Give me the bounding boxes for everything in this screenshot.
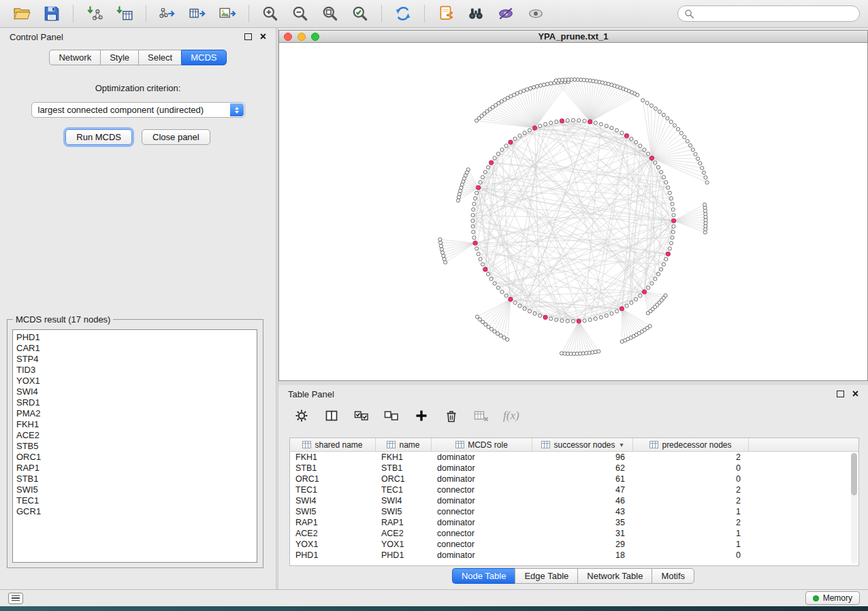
zoom-out-button[interactable] — [287, 3, 314, 24]
mcds-result-item[interactable]: STB1 — [16, 474, 257, 484]
mcds-result-item[interactable]: SWI5 — [16, 484, 257, 495]
mcds-result-item[interactable]: FKH1 — [16, 419, 257, 430]
float-panel-icon[interactable] — [837, 391, 844, 397]
column-type-icon — [455, 441, 464, 448]
search-box[interactable] — [677, 5, 860, 22]
export-image-button[interactable] — [214, 3, 241, 24]
mcds-result-item[interactable]: TEC1 — [16, 495, 257, 506]
table-row[interactable]: RAP1RAP1dominator352 — [290, 517, 858, 528]
mcds-result-item[interactable]: RAP1 — [16, 463, 257, 474]
destroy-table-button[interactable] — [473, 408, 489, 423]
table-cell: dominator — [432, 518, 532, 527]
table-cell: YOX1 — [376, 540, 432, 549]
tab-mcds[interactable]: MCDS — [181, 50, 226, 65]
show-columns-button[interactable] — [323, 408, 340, 423]
refresh-network-button[interactable] — [389, 3, 417, 24]
node-table: shared name name MCDS role successor nod… — [289, 437, 859, 566]
tab-node-table[interactable]: Node Table — [452, 568, 515, 584]
export-table-icon — [189, 5, 206, 22]
import-table-button[interactable] — [111, 3, 138, 24]
float-panel-icon[interactable] — [244, 33, 252, 40]
mcds-result-item[interactable]: STP4 — [16, 354, 257, 365]
zoom-fit-button[interactable] — [317, 3, 344, 24]
zoom-selected-button[interactable] — [347, 3, 374, 24]
minimize-window-icon[interactable] — [298, 33, 306, 41]
mcds-result-item[interactable]: ORC1 — [16, 452, 257, 463]
optimization-criterion-select[interactable]: largest connected component (undirected) — [31, 102, 245, 118]
table-settings-button[interactable] — [293, 408, 310, 423]
column-header-name[interactable]: name — [376, 438, 432, 451]
mcds-result-list[interactable]: PHD1CAR1STP4TID3YOX1SWI4SRD1PMA2FKH1ACE2… — [12, 329, 257, 563]
tab-network[interactable]: Network — [49, 50, 100, 65]
mcds-result-item[interactable]: YOX1 — [16, 376, 257, 386]
share-document-button[interactable] — [432, 3, 460, 24]
close-panel-icon[interactable]: × — [852, 390, 858, 398]
maximize-window-icon[interactable] — [311, 33, 319, 41]
run-mcds-button[interactable]: Run MCDS — [65, 129, 132, 145]
close-window-icon[interactable] — [284, 33, 292, 41]
table-row[interactable]: PHD1PHD1dominator180 — [290, 550, 858, 561]
memory-button[interactable]: Memory — [805, 591, 860, 605]
close-panel-button[interactable]: Close panel — [142, 129, 210, 145]
table-row[interactable]: SWI5SWI5connector431 — [290, 506, 858, 517]
unselect-all-button[interactable] — [383, 408, 400, 423]
table-cell: RAP1 — [376, 518, 432, 527]
export-network-button[interactable] — [154, 3, 181, 24]
zoom-in-button[interactable] — [257, 3, 284, 24]
mcds-result-item[interactable]: PMA2 — [16, 408, 257, 419]
mcds-result-item[interactable]: ACE2 — [16, 430, 257, 441]
mcds-result-group: MCDS result (17 nodes) PHD1CAR1STP4TID3Y… — [7, 314, 263, 568]
export-table-button[interactable] — [184, 3, 211, 24]
table-row[interactable]: STB1STB1dominator620 — [290, 463, 858, 474]
tab-network-table[interactable]: Network Table — [577, 568, 652, 584]
table-cell: 1 — [633, 507, 749, 516]
delete-column-button[interactable] — [443, 408, 460, 423]
column-type-icon — [387, 441, 396, 448]
tab-motifs[interactable]: Motifs — [652, 568, 694, 584]
open-session-button[interactable] — [8, 3, 35, 24]
mcds-result-item[interactable]: PHD1 — [16, 332, 257, 343]
network-graph[interactable] — [279, 43, 867, 380]
show-analysis-button[interactable] — [522, 3, 549, 24]
table-scrollbar[interactable] — [851, 452, 857, 563]
find-button[interactable] — [462, 3, 489, 24]
column-header-shared-name[interactable]: shared name — [290, 438, 376, 451]
table-cell: 61 — [532, 474, 633, 484]
hide-analysis-button[interactable] — [492, 3, 519, 24]
scrollbar-thumb[interactable] — [851, 453, 857, 495]
table-cell: 62 — [532, 463, 633, 473]
mcds-result-item[interactable]: GCR1 — [16, 506, 257, 517]
mcds-result-item[interactable]: SWI4 — [16, 386, 257, 397]
import-network-button[interactable] — [81, 3, 108, 24]
function-builder-button[interactable]: f(x) — [503, 409, 519, 423]
sort-chevron-icon: ▾ — [620, 441, 624, 448]
column-header-successor-nodes[interactable]: successor nodes ▾ — [532, 438, 633, 451]
select-all-button[interactable] — [353, 408, 370, 423]
table-cell: 0 — [633, 550, 749, 560]
network-canvas[interactable] — [278, 43, 868, 381]
mcds-result-item[interactable]: TID3 — [16, 365, 257, 376]
close-panel-icon[interactable]: × — [260, 33, 266, 41]
network-window-titlebar[interactable]: YPA_prune.txt_1 — [278, 30, 868, 43]
column-header-predecessor-nodes[interactable]: predecessor nodes — [633, 438, 749, 451]
save-session-button[interactable] — [38, 3, 65, 24]
table-row[interactable]: TEC1TEC1connector472 — [290, 484, 858, 495]
mcds-result-item[interactable]: STB5 — [16, 441, 257, 452]
table-row[interactable]: FKH1FKH1dominator962 — [290, 452, 858, 463]
mcds-result-item[interactable]: SRD1 — [16, 397, 257, 408]
table-cell: dominator — [432, 474, 532, 484]
mcds-result-item[interactable]: CAR1 — [16, 343, 257, 354]
create-column-button[interactable] — [413, 408, 430, 423]
table-row[interactable]: SWI4SWI4dominator462 — [290, 495, 858, 506]
tab-edge-table[interactable]: Edge Table — [515, 568, 577, 584]
tab-style[interactable]: Style — [100, 50, 138, 65]
table-row[interactable]: YOX1YOX1connector291 — [290, 539, 858, 550]
control-panel-tabs: Network Style Select MCDS — [0, 50, 276, 65]
column-header-mcds-role[interactable]: MCDS role — [432, 438, 532, 451]
table-cell: 2 — [633, 452, 749, 462]
table-row[interactable]: ORC1ORC1dominator610 — [290, 474, 858, 484]
tab-select[interactable]: Select — [138, 50, 181, 65]
task-history-button[interactable] — [8, 593, 23, 604]
search-input[interactable] — [698, 8, 853, 20]
table-row[interactable]: ACE2ACE2connector311 — [290, 528, 858, 539]
